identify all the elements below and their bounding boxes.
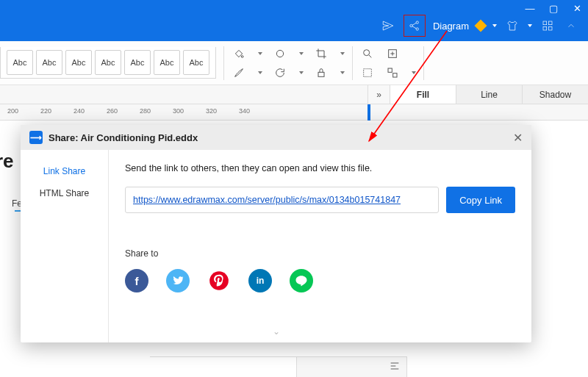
svg-rect-12	[364, 68, 372, 76]
titlebar: — ▢ ✕ Diagram	[0, 0, 588, 41]
svg-point-1	[416, 21, 418, 24]
dropdown-icon[interactable]	[299, 71, 304, 74]
fill-bucket-icon[interactable]	[232, 46, 246, 61]
copy-link-button[interactable]: Copy Link	[446, 187, 515, 213]
sidebar-item-html-share[interactable]: HTML Share	[21, 182, 108, 204]
style-swatch[interactable]: Abc	[154, 50, 180, 75]
shirt-dropdown-icon[interactable]	[528, 24, 532, 27]
tab-line[interactable]: Line	[456, 85, 522, 104]
share-url-field[interactable]: https://www.edrawmax.com/server/public/s…	[125, 187, 439, 213]
share-to-section: Share to f in	[125, 248, 515, 292]
chevron-down-icon[interactable]: ⌄	[273, 326, 280, 337]
align-icon[interactable]	[389, 360, 401, 375]
svg-rect-13	[388, 68, 392, 72]
style-swatches: Abc Abc Abc Abc Abc Abc Abc	[0, 47, 216, 79]
ruler-tick: 240	[74, 107, 85, 115]
svg-rect-6	[548, 26, 552, 30]
svg-rect-9	[318, 72, 324, 76]
style-swatch[interactable]: Abc	[183, 50, 209, 75]
maximize-button[interactable]: ▢	[547, 3, 560, 14]
shape-icon[interactable]	[273, 46, 287, 61]
dropdown-icon[interactable]	[258, 52, 262, 55]
panel-collapse-button[interactable]: »	[368, 85, 390, 104]
ruler-indicator	[368, 104, 370, 121]
minimize-button[interactable]: —	[523, 3, 537, 14]
brush-icon[interactable]	[232, 65, 246, 80]
ruler-tick: 320	[206, 107, 217, 115]
apps-icon[interactable]	[539, 18, 556, 34]
send-icon[interactable]	[380, 18, 396, 34]
dialog-main: Send the link to others, then they can o…	[109, 150, 531, 342]
page-tab-area	[297, 356, 407, 377]
rotate-icon[interactable]	[273, 65, 287, 80]
style-swatch[interactable]: Abc	[65, 50, 92, 75]
close-icon[interactable]: ✕	[513, 131, 523, 145]
page-tab-area	[150, 356, 297, 377]
tab-fill[interactable]: Fill	[390, 85, 456, 104]
dropdown-icon[interactable]	[412, 71, 416, 74]
search-icon[interactable]	[360, 46, 375, 61]
window-controls: — ▢ ✕	[523, 3, 584, 14]
titlebar-actions: Diagram	[380, 15, 579, 37]
toolbar: Abc Abc Abc Abc Abc Abc Abc	[0, 41, 588, 85]
svg-point-0	[410, 24, 412, 26]
line-icon[interactable]	[290, 269, 313, 292]
sidebar-item-link-share[interactable]: Link Share	[21, 160, 108, 182]
ruler: 200 220 240 260 280 300 320 340	[0, 104, 588, 121]
diagram-label: Diagram	[433, 21, 469, 32]
ruler-tick: 300	[173, 107, 184, 115]
dropdown-icon[interactable]	[299, 52, 304, 55]
ruler-backdrop	[0, 85, 368, 104]
canvas-text-fragment: re	[0, 150, 14, 173]
dialog-header: ⟶ Share: Air Conditioning Pid.eddx ✕	[21, 125, 531, 150]
svg-rect-5	[543, 26, 547, 30]
dropdown-icon[interactable]	[340, 52, 345, 55]
facebook-icon[interactable]: f	[125, 269, 148, 292]
dropdown-icon[interactable]	[258, 71, 262, 74]
twitter-icon[interactable]	[166, 269, 190, 292]
style-swatch[interactable]: Abc	[36, 50, 62, 75]
shirt-icon[interactable]	[504, 18, 520, 34]
ruler-tick: 260	[107, 107, 118, 115]
style-swatch[interactable]: Abc	[124, 50, 151, 75]
share-dialog: ⟶ Share: Air Conditioning Pid.eddx ✕ Lin…	[21, 125, 531, 342]
lock-icon[interactable]	[314, 65, 329, 80]
app-logo-icon: ⟶	[29, 131, 43, 144]
select-icon[interactable]	[360, 65, 375, 80]
svg-point-2	[416, 28, 418, 30]
svg-rect-4	[548, 21, 552, 25]
replace-icon[interactable]	[385, 46, 400, 61]
svg-point-8	[276, 50, 283, 57]
diagram-diamond-icon	[475, 20, 487, 32]
diagram-dropdown-icon[interactable]	[492, 24, 497, 27]
crop-icon[interactable]	[314, 46, 329, 61]
share-description: Send the link to others, then they can o…	[125, 163, 515, 173]
ruler-tick: 220	[40, 107, 51, 115]
svg-point-15	[209, 271, 229, 290]
tool-group-2	[360, 46, 416, 80]
separator	[223, 46, 224, 80]
ruler-tick: 200	[7, 107, 18, 115]
group-icon[interactable]	[385, 65, 400, 80]
dialog-sidebar: Link Share HTML Share	[21, 150, 109, 342]
pinterest-icon[interactable]	[207, 269, 231, 292]
share-to-label: Share to	[125, 248, 515, 259]
dialog-title: Share: Air Conditioning Pid.eddx	[49, 132, 198, 143]
share-icon[interactable]	[404, 15, 426, 37]
tool-group-1	[232, 46, 345, 80]
style-swatch[interactable]: Abc	[95, 50, 121, 75]
svg-point-7	[241, 55, 243, 57]
style-swatch[interactable]: Abc	[7, 50, 33, 75]
linkedin-icon[interactable]: in	[248, 269, 272, 292]
dropdown-icon[interactable]	[340, 71, 345, 74]
share-url-link[interactable]: https://www.edrawmax.com/server/public/s…	[133, 195, 401, 205]
ruler-tick: 280	[140, 107, 151, 115]
separator	[352, 46, 353, 80]
svg-rect-3	[543, 21, 547, 25]
separator	[423, 46, 424, 80]
svg-point-10	[364, 49, 370, 55]
svg-rect-14	[393, 73, 397, 76]
collapse-up-icon[interactable]	[563, 18, 579, 34]
close-window-button[interactable]: ✕	[570, 3, 584, 14]
tab-shadow[interactable]: Shadow	[522, 85, 588, 104]
